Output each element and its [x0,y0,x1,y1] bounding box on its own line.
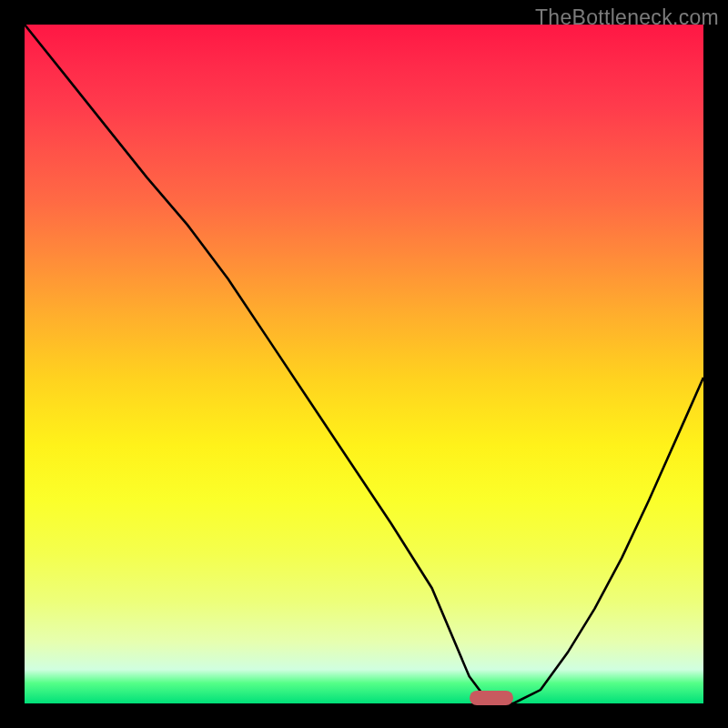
bottleneck-curve [25,25,703,703]
watermark-text: TheBottleneck.com [535,5,719,30]
plot-area [25,25,703,703]
chart-frame: TheBottleneck.com [0,0,728,728]
optimal-marker [470,691,513,705]
